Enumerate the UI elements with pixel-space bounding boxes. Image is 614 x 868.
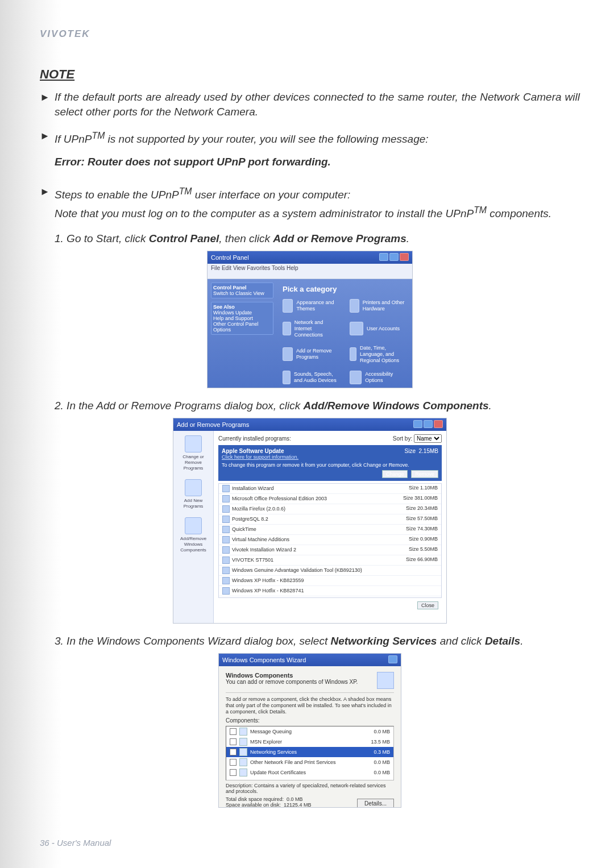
checkbox-icon[interactable]: [230, 759, 237, 766]
wiz-component-row[interactable]: Message Queuing0.0 MB: [226, 726, 393, 737]
maximize-icon[interactable]: [424, 420, 433, 428]
note-heading: NOTE: [40, 67, 580, 82]
component-size: 0.0 MB: [374, 729, 390, 734]
wiz-component-row[interactable]: Other Network File and Print Services0.0…: [226, 757, 393, 767]
text-frag: 1. Go to Start, click: [55, 232, 149, 244]
label: Sounds, Speech, and Audio Devices: [294, 371, 339, 384]
cp-category-item[interactable]: Appearance and Themes: [283, 299, 339, 313]
window-buttons[interactable]: [387, 655, 397, 665]
text-frag: .: [489, 400, 492, 412]
cp-side-link[interactable]: Help and Support: [213, 315, 271, 321]
arp-program-row[interactable]: QuickTimeSize 74.30MB: [219, 525, 441, 535]
program-name: PostgreSQL 8.2: [232, 516, 268, 522]
arp-change-button[interactable]: Change: [382, 470, 408, 478]
arp-program-row[interactable]: Windows Genuine Advantage Validation Too…: [219, 566, 441, 576]
note-text-3: Steps to enable the UPnPTM user interfac…: [55, 184, 551, 221]
wiz-components-list[interactable]: Message Queuing0.0 MBMSN Explorer13.5 MB…: [226, 726, 394, 780]
cp-category-item[interactable]: Accessibility Options: [350, 371, 406, 384]
arp-program-list[interactable]: Installation WizardSize 1.10MBMicrosoft …: [218, 483, 442, 598]
cp-category-item[interactable]: Add or Remove Programs: [283, 345, 339, 364]
tm-superscript: TM: [474, 205, 487, 215]
arp-program-row[interactable]: PostgreSQL 8.2Size 57.50MB: [219, 514, 441, 525]
arp-program-row[interactable]: Windows XP Hotfix - KB823559: [219, 576, 441, 586]
arp-program-row[interactable]: Installation WizardSize 1.10MB: [219, 484, 441, 494]
program-name: Virtual Machine Additions: [232, 537, 289, 542]
cp-category-item[interactable]: Sounds, Speech, and Audio Devices: [283, 371, 339, 384]
checkbox-icon[interactable]: [230, 749, 237, 755]
cp-side-link[interactable]: Other Control Panel Options: [213, 321, 271, 333]
arp-program-row[interactable]: Vivotek Installation Wizard 2Size 5.50MB: [219, 545, 441, 555]
program-size: Size 5.50MB: [409, 546, 438, 554]
screenshot-windows-components-wizard: Windows Components Wizard Windows Compon…: [218, 653, 401, 808]
arp-sidebar: Change or Remove Programs Add New Progra…: [173, 431, 214, 624]
cp-main-panel: Pick a category Appearance and ThemesPri…: [277, 279, 412, 388]
text-frag: 2. In the Add or Remove Programs dialog …: [55, 400, 304, 412]
text-bold: Add or Remove Programs: [273, 232, 406, 244]
program-icon: [222, 577, 230, 584]
component-icon: [239, 748, 247, 756]
step-2-text: 2. In the Add or Remove Programs dialog …: [55, 398, 580, 413]
arp-program-row[interactable]: Windows XP Hotfix - KB828741: [219, 586, 441, 596]
cp-switch-view-link[interactable]: Switch to Classic View: [213, 290, 271, 296]
minimize-icon[interactable]: [413, 420, 422, 428]
component-name: MSN Explorer: [250, 739, 282, 745]
program-icon: [222, 485, 230, 492]
checkbox-icon[interactable]: [230, 738, 237, 745]
arp-selected-program[interactable]: Apple Software Update Size 2.15MB Click …: [218, 445, 442, 481]
label: Network and Internet Connections: [294, 319, 339, 338]
component-size: 13.5 MB: [371, 739, 390, 745]
maximize-icon[interactable]: [389, 253, 399, 261]
arp-support-link[interactable]: Click here for support information.: [222, 454, 438, 460]
checkbox-icon[interactable]: [230, 769, 237, 776]
close-icon[interactable]: [388, 655, 397, 663]
label: Date, Time, Language, and Regional Optio…: [360, 345, 406, 364]
arp-program-row[interactable]: Mozilla Firefox (2.0.0.6)Size 20.34MB: [219, 504, 441, 514]
cp-category-item[interactable]: Network and Internet Connections: [283, 319, 339, 338]
wiz-component-row[interactable]: MSN Explorer13.5 MB: [226, 737, 393, 747]
arp-sort[interactable]: Sort by: Name: [393, 434, 442, 443]
program-icon: [222, 495, 230, 502]
program-name: Windows Genuine Advantage Validation Too…: [232, 567, 362, 573]
program-name: Microsoft Office Professional Edition 20…: [232, 496, 327, 501]
category-icon: [283, 299, 293, 313]
cp-pick-category: Pick a category: [283, 285, 406, 293]
close-icon[interactable]: [434, 420, 443, 428]
cp-category-item[interactable]: Date, Time, Language, and Regional Optio…: [350, 345, 406, 364]
program-size: Size 74.30MB: [406, 526, 438, 533]
arp-program-row[interactable]: VIVOTEK ST7501Size 66.90MB: [219, 555, 441, 566]
category-icon: [283, 371, 291, 384]
step-1-text: 1. Go to Start, click Control Panel, the…: [55, 231, 580, 246]
window-buttons[interactable]: [412, 420, 443, 429]
text-frag: 3. In the Windows Components Wizard dial…: [55, 635, 330, 647]
text-frag: is not supported by your router, you wil…: [105, 133, 428, 145]
cp-side-link[interactable]: Windows Update: [213, 310, 271, 315]
arp-side-change-remove[interactable]: Change or Remove Programs: [180, 435, 207, 471]
arp-sort-select[interactable]: Name: [414, 434, 442, 443]
wiz-component-row[interactable]: Networking Services0.3 MB: [226, 747, 393, 757]
arp-side-windows-components[interactable]: Add/Remove Windows Components: [180, 517, 207, 553]
arp-remove-button[interactable]: Remove: [411, 470, 438, 478]
cp-side-title: Control Panel: [213, 285, 271, 290]
text-bold: Control Panel: [149, 232, 219, 244]
close-icon[interactable]: [400, 253, 409, 261]
wiz-details-button[interactable]: Details...: [357, 799, 394, 808]
cp-category-item[interactable]: Printers and Other Hardware: [350, 299, 406, 313]
wiz-component-row[interactable]: Update Root Certificates0.0 MB: [226, 767, 393, 778]
programs-icon: [185, 435, 202, 452]
checkbox-icon[interactable]: [230, 728, 237, 735]
menubar[interactable]: File Edit View Favorites Tools Help: [208, 264, 412, 279]
window-buttons[interactable]: [378, 253, 409, 262]
label: Appearance and Themes: [296, 300, 339, 312]
arp-side-add-new[interactable]: Add New Programs: [180, 479, 207, 509]
text-bold: Networking Services: [330, 635, 437, 647]
arp-program-row[interactable]: Virtual Machine AdditionsSize 0.90MB: [219, 535, 441, 545]
program-size: Size 57.50MB: [406, 516, 438, 523]
minimize-icon[interactable]: [379, 253, 388, 261]
cp-category-item[interactable]: User Accounts: [350, 319, 406, 338]
arp-program-row[interactable]: Microsoft Office Professional Edition 20…: [219, 494, 441, 504]
program-icon: [222, 587, 230, 595]
program-name: Vivotek Installation Wizard 2: [232, 547, 296, 553]
arp-close-button[interactable]: Close: [417, 601, 438, 609]
category-icon: [283, 322, 291, 335]
window-title: Control Panel: [211, 254, 249, 261]
